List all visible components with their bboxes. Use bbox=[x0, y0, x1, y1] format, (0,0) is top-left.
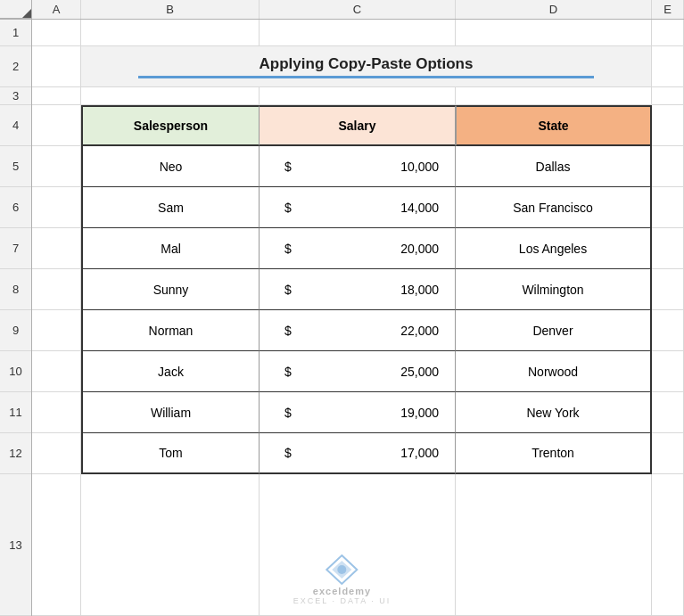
cell-6b-name[interactable]: Sam bbox=[81, 187, 260, 228]
cell-11c-salary[interactable]: $19,000 bbox=[260, 392, 456, 433]
sheet-row-4: Salesperson Salary State bbox=[32, 105, 684, 146]
header-state[interactable]: State bbox=[456, 105, 652, 146]
title-underline bbox=[138, 76, 594, 78]
salary-amount: 20,000 bbox=[295, 242, 448, 256]
cell-3b[interactable] bbox=[81, 87, 260, 104]
cell-7b-name[interactable]: Mal bbox=[81, 228, 260, 269]
cell-5c-salary[interactable]: $10,000 bbox=[260, 146, 456, 187]
cell-9d-state[interactable]: Denver bbox=[456, 310, 652, 351]
row-num-6: 6 bbox=[0, 187, 31, 228]
row-num-12: 12 bbox=[0, 433, 31, 474]
dollar-sign: $ bbox=[284, 283, 292, 297]
cell-7c-salary[interactable]: $20,000 bbox=[260, 228, 456, 269]
title-merged-cell[interactable]: Applying Copy-Paste Options bbox=[81, 46, 652, 86]
row-num-3: 3 bbox=[0, 87, 31, 105]
cell-7a[interactable] bbox=[32, 228, 81, 269]
row-num-9: 9 bbox=[0, 310, 31, 351]
cell-11a[interactable] bbox=[32, 392, 81, 433]
cell-4a[interactable] bbox=[32, 105, 81, 146]
cell-1a[interactable] bbox=[32, 20, 81, 45]
cell-12c-salary[interactable]: $17,000 bbox=[260, 433, 456, 474]
cell-6e[interactable] bbox=[652, 187, 684, 228]
cell-11b-name[interactable]: William bbox=[81, 392, 260, 433]
cell-6a[interactable] bbox=[32, 187, 81, 228]
cell-re[interactable] bbox=[652, 474, 684, 615]
cell-3e[interactable] bbox=[652, 87, 684, 104]
row-num-5: 5 bbox=[0, 146, 31, 187]
cell-10b-name[interactable]: Jack bbox=[81, 351, 260, 392]
dollar-sign: $ bbox=[284, 160, 292, 174]
cell-5b-name[interactable]: Neo bbox=[81, 146, 260, 187]
cell-8c-salary[interactable]: $18,000 bbox=[260, 269, 456, 310]
cell-12a[interactable] bbox=[32, 433, 81, 474]
cell-rb[interactable] bbox=[81, 474, 260, 615]
cell-12d-state[interactable]: Trenton bbox=[456, 433, 652, 474]
cell-7d-state[interactable]: Los Angeles bbox=[456, 228, 652, 269]
row-num-4: 4 bbox=[0, 105, 31, 146]
cell-3a[interactable] bbox=[32, 87, 81, 104]
sheet-row-11: William$19,000New York bbox=[32, 392, 684, 433]
cell-2e[interactable] bbox=[652, 46, 684, 86]
data-rows-container: Neo$10,000DallasSam$14,000San FranciscoM… bbox=[32, 146, 684, 474]
salary-amount: 17,000 bbox=[295, 446, 448, 460]
salary-amount: 25,000 bbox=[295, 365, 448, 379]
cell-5e[interactable] bbox=[652, 146, 684, 187]
cell-10d-state[interactable]: Norwood bbox=[456, 351, 652, 392]
cell-6d-state[interactable]: San Francisco bbox=[456, 187, 652, 228]
corner-cell bbox=[0, 0, 32, 19]
row-num-8: 8 bbox=[0, 269, 31, 310]
column-headers: A B C D E bbox=[0, 0, 684, 20]
salary-amount: 22,000 bbox=[295, 324, 448, 338]
cell-10e[interactable] bbox=[652, 351, 684, 392]
cell-3c[interactable] bbox=[260, 87, 456, 104]
col-header-b: B bbox=[81, 0, 260, 19]
cell-3d[interactable] bbox=[456, 87, 652, 104]
cell-12b-name[interactable]: Tom bbox=[81, 433, 260, 474]
cell-9a[interactable] bbox=[32, 310, 81, 351]
cell-8e[interactable] bbox=[652, 269, 684, 310]
cells-area: Applying Copy-Paste Options Salesperson … bbox=[32, 20, 684, 616]
row-num-7: 7 bbox=[0, 228, 31, 269]
sheet-row-7: Mal$20,000Los Angeles bbox=[32, 228, 684, 269]
sheet-row-2: Applying Copy-Paste Options bbox=[32, 46, 684, 87]
cell-7e[interactable] bbox=[652, 228, 684, 269]
cell-8b-name[interactable]: Sunny bbox=[81, 269, 260, 310]
sheet-row-remaining bbox=[32, 474, 684, 616]
row-num-13: 13 bbox=[0, 474, 31, 616]
cell-rd[interactable] bbox=[456, 474, 652, 615]
sheet-row-3 bbox=[32, 87, 684, 105]
cell-11d-state[interactable]: New York bbox=[456, 392, 652, 433]
sheet-row-5: Neo$10,000Dallas bbox=[32, 146, 684, 187]
cell-12e[interactable] bbox=[652, 433, 684, 474]
salary-amount: 19,000 bbox=[295, 406, 448, 420]
cell-10c-salary[interactable]: $25,000 bbox=[260, 351, 456, 392]
cell-4e[interactable] bbox=[652, 105, 684, 146]
col-header-d: D bbox=[456, 0, 652, 19]
sheet-row-12: Tom$17,000Trenton bbox=[32, 433, 684, 474]
cell-11e[interactable] bbox=[652, 392, 684, 433]
salary-amount: 18,000 bbox=[295, 283, 448, 297]
cell-1d[interactable] bbox=[456, 20, 652, 45]
cell-5d-state[interactable]: Dallas bbox=[456, 146, 652, 187]
cell-2a[interactable] bbox=[32, 46, 81, 86]
cell-9b-name[interactable]: Norman bbox=[81, 310, 260, 351]
cell-1c[interactable] bbox=[260, 20, 456, 45]
cell-5a[interactable] bbox=[32, 146, 81, 187]
cell-6c-salary[interactable]: $14,000 bbox=[260, 187, 456, 228]
col-header-e: E bbox=[652, 0, 684, 19]
header-salesperson[interactable]: Salesperson bbox=[81, 105, 260, 146]
cell-9e[interactable] bbox=[652, 310, 684, 351]
cell-8a[interactable] bbox=[32, 269, 81, 310]
cell-1b[interactable] bbox=[81, 20, 260, 45]
cell-ra[interactable] bbox=[32, 474, 81, 615]
dollar-sign: $ bbox=[284, 324, 292, 338]
cell-9c-salary[interactable]: $22,000 bbox=[260, 310, 456, 351]
cell-8d-state[interactable]: Wilmington bbox=[456, 269, 652, 310]
header-salary[interactable]: Salary bbox=[260, 105, 456, 146]
dollar-sign: $ bbox=[284, 365, 292, 379]
cell-10a[interactable] bbox=[32, 351, 81, 392]
dollar-sign: $ bbox=[284, 406, 292, 420]
cell-rc[interactable] bbox=[260, 474, 456, 615]
sheet-row-10: Jack$25,000Norwood bbox=[32, 351, 684, 392]
cell-1e[interactable] bbox=[652, 20, 684, 45]
